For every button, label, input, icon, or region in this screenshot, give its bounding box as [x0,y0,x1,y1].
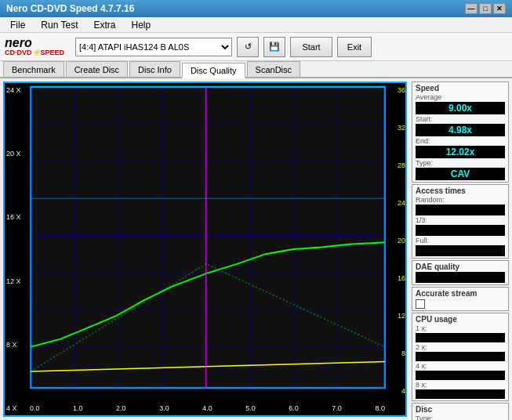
accurate-stream-checkbox-area [416,299,505,309]
cpu-usage-section: CPU usage 1 x: 2 x: 4 x: 8 x: [412,313,509,401]
start-button[interactable]: Start [290,37,332,57]
exit-button[interactable]: Exit [337,37,372,57]
x-label-7: 7.0 [332,404,342,412]
save-button[interactable]: 💾 [263,37,285,57]
y-right-8: 8 [388,349,405,357]
type-value: CAV [416,168,505,180]
average-value: 9.00x [416,102,505,114]
onethird-value [416,225,505,236]
refresh-button[interactable]: ↺ [237,37,259,57]
menu-help[interactable]: Help [125,17,158,33]
cpu-x1-value [416,333,505,342]
random-label: Random: [416,196,505,204]
y-right-24: 24 [388,199,405,207]
cpu-x2-label: 2 x: [416,343,505,351]
dae-label: DAE quality [416,262,505,271]
x-label-0: 0.0 [30,404,40,412]
menu-bar: File Run Test Extra Help [0,17,512,33]
cpu-x2-value [416,352,505,361]
x-label-5: 5.0 [245,404,256,412]
maximize-button[interactable]: □ [479,3,492,14]
full-value [416,245,505,256]
tabs-bar: Benchmark Create Disc Disc Info Disc Qua… [0,61,512,78]
x-label-3: 3.0 [159,404,169,412]
random-value [416,205,505,215]
chart-svg [5,83,405,415]
cpu-x1-label: 1 x: [416,324,505,332]
x-label-4: 4.0 [202,404,212,412]
disc-type-label: Type: [416,415,505,420]
svg-rect-0 [31,87,385,388]
accurate-stream-label: Accurate stream [416,289,505,298]
speed-section: Speed Average 9.00x Start: 4.98x End: 12… [412,81,509,183]
end-value: 12.02x [416,146,505,158]
minimize-button[interactable]: — [465,3,478,14]
menu-run-test[interactable]: Run Test [34,17,85,33]
main-content: 24 X 20 X 16 X 12 X 8 X 4 X [0,78,512,420]
tab-create-disc[interactable]: Create Disc [66,61,128,77]
cpu-x8-label: 8 x: [416,381,505,389]
type-label: Type: [416,159,505,167]
y-right-32: 32 [388,124,405,132]
tab-disc-quality[interactable]: Disc Quality [182,63,245,78]
y-right-4: 4 [388,387,405,395]
toolbar: nero CD·DVD⚡SPEED [4:4] ATAPI iHAS124 B … [0,33,512,61]
speed-label: Speed [416,84,505,92]
y-right-20: 20 [388,237,405,244]
cpu-usage-label: CPU usage [416,315,505,324]
tab-disc-info[interactable]: Disc Info [129,61,180,77]
y-right-36: 36 [388,86,405,94]
window-title: Nero CD-DVD Speed 4.7.7.16 [6,3,134,14]
title-bar: Nero CD-DVD Speed 4.7.7.16 — □ ✕ [0,0,512,17]
full-label: Full: [416,237,505,244]
nero-logo: nero CD·DVD⚡SPEED [5,37,64,56]
y-axis-right: 36 32 28 24 20 16 12 8 4 [388,83,405,398]
tab-benchmark[interactable]: Benchmark [3,61,64,77]
cpu-x4-value [416,371,505,380]
dae-section: DAE quality [412,260,509,285]
chart-area: 24 X 20 X 16 X 12 X 8 X 4 X [3,81,407,417]
onethird-label: 1/3: [416,216,505,224]
disc-label: Disc [416,405,505,414]
start-label: Start: [416,115,505,123]
drive-select[interactable]: [4:4] ATAPI iHAS124 B AL0S [75,38,232,56]
average-label: Average [416,93,505,101]
accurate-stream-section: Accurate stream [412,287,509,311]
accurate-stream-checkbox[interactable] [416,299,425,309]
y-right-28: 28 [388,161,405,169]
menu-extra[interactable]: Extra [86,17,122,33]
x-axis: 0.0 1.0 2.0 3.0 4.0 5.0 6.0 7.0 8.0 [27,401,388,415]
close-button[interactable]: ✕ [493,3,506,14]
x-label-6: 6.0 [289,404,299,412]
access-times-label: Access times [416,186,505,195]
x-label-2: 2.0 [116,404,126,412]
access-times-section: Access times Random: 1/3: Full: [412,184,509,259]
nero-brand: nero [5,37,64,49]
cpu-x8-value [416,389,505,399]
tab-scan-disc[interactable]: ScanDisc [247,61,300,77]
right-panel: Speed Average 9.00x Start: 4.98x End: 12… [410,78,512,420]
window-controls: — □ ✕ [465,3,506,14]
menu-file[interactable]: File [3,17,32,33]
start-value: 4.98x [416,124,505,136]
end-label: End: [416,137,505,145]
y-right-16: 16 [388,274,405,282]
x-label-1: 1.0 [73,404,83,412]
disc-section: Disc Type: DVD+R DL Length: 7.96 GB [412,403,509,420]
y-right-12: 12 [388,312,405,320]
cpu-x4-label: 4 x: [416,362,505,370]
x-label-8: 8.0 [375,404,385,412]
cd-dvd-speed-brand: CD·DVD⚡SPEED [5,49,64,56]
dae-value [416,272,505,283]
